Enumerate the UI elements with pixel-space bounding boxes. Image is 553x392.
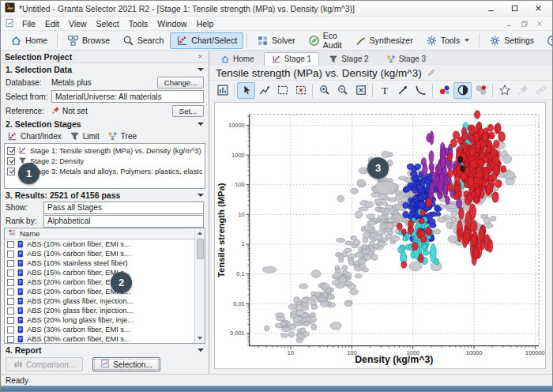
comparison-button[interactable]: Comparison... <box>6 357 83 371</box>
material-row[interactable]: ABS (30% carbon fiber, EMI s... <box>5 334 194 343</box>
scroll-down-button[interactable] <box>195 334 205 343</box>
chart-tool-black-white-display[interactable] <box>453 82 472 99</box>
chart-svg: 101001000100001000001000010001001010,10,… <box>215 103 545 368</box>
close-panel-button[interactable] <box>195 52 205 62</box>
chart-tool-zoom-in[interactable] <box>315 82 333 99</box>
stage-row-1[interactable]: Stage 1: Tensile strength (MPa) vs. Dens… <box>7 145 202 156</box>
chart-tool-highlight-record[interactable] <box>472 82 490 99</box>
select-from-dropdown[interactable]: MaterialUniverse: All materials <box>51 90 204 103</box>
material-checkbox[interactable] <box>7 336 14 343</box>
tab-stage-1[interactable]: Stage 1 <box>264 52 319 66</box>
chart-tool-arrow-annotation[interactable] <box>393 82 412 99</box>
material-row[interactable]: ABS (20% carbon fiber, EMI s... <box>5 287 194 296</box>
scroll-up-button[interactable] <box>195 228 205 238</box>
menu-select[interactable]: Select <box>92 18 124 29</box>
stage-tool-tree[interactable]: Tree <box>107 131 137 141</box>
material-checkbox[interactable] <box>7 288 14 296</box>
material-row[interactable]: ABS (10% stainless steel fiber) <box>5 258 194 268</box>
set-reference-button[interactable]: Set... <box>172 105 204 117</box>
chart-tool-curve-annotation[interactable] <box>412 82 430 99</box>
chart-tool-zoom-out[interactable] <box>333 82 352 99</box>
results-scrollbar[interactable] <box>194 228 205 343</box>
toolbar-synthesizer-button[interactable]: Synthesizer <box>348 32 419 49</box>
material-row[interactable]: ABS (10% carbon fiber, EMI s... <box>5 249 194 258</box>
material-checkbox[interactable] <box>7 326 14 334</box>
selection-data-heading[interactable]: 1. Selection Data <box>1 63 209 75</box>
report-heading[interactable]: 4. Report <box>1 344 209 356</box>
edit-title-icon-slot[interactable] <box>427 66 436 81</box>
toolbar-tools-button[interactable]: Tools <box>419 32 476 49</box>
toolbar-chart-select-button[interactable]: Chart/Select <box>170 32 243 49</box>
comparison-icon <box>13 359 23 368</box>
chart-tool-favorites[interactable] <box>495 82 514 99</box>
selection-button[interactable]: Selection... <box>92 357 160 371</box>
toolbar-search-button[interactable]: Search <box>116 32 170 49</box>
search-icon <box>122 35 134 47</box>
mdi-close-button[interactable] <box>536 18 546 28</box>
material-row[interactable]: ABS (20% glass fiber, injection... <box>5 306 194 315</box>
toolbar-solver-button[interactable]: Solver <box>250 32 302 49</box>
material-checkbox[interactable] <box>7 298 14 305</box>
results-list-header[interactable]: Name <box>5 228 205 239</box>
stage-checkbox[interactable] <box>7 168 15 175</box>
color-bubbles-icon <box>438 84 451 96</box>
chart-tool-box-select[interactable] <box>273 82 292 99</box>
rank-by-dropdown[interactable]: Alphabetical <box>43 215 204 228</box>
stage-checkbox[interactable] <box>7 157 15 165</box>
material-checkbox[interactable] <box>7 317 14 324</box>
mdi-minimize-button[interactable] <box>506 18 516 28</box>
maximize-button[interactable] <box>505 1 529 16</box>
material-row[interactable]: ABS (15% carbon fiber, EMI s... <box>5 268 194 277</box>
material-checkbox[interactable] <box>7 251 14 258</box>
stage-row-2[interactable]: Stage 2: Density <box>7 156 202 166</box>
material-row[interactable]: ABS (10% carbon fiber, EMI s... <box>5 239 194 249</box>
material-row[interactable]: ABS (20% long glass fiber, inje... <box>5 315 194 325</box>
toolbar-home-button[interactable]: Home <box>4 32 54 49</box>
report-buttons: Comparison... Selection... <box>1 356 209 373</box>
tab-home[interactable]: Home <box>213 52 262 66</box>
scrollbar-thumb[interactable] <box>197 239 204 259</box>
menu-view[interactable]: View <box>64 18 92 29</box>
chart-tool-polyline-select[interactable] <box>255 82 273 99</box>
material-checkbox[interactable] <box>7 270 14 277</box>
menu-window[interactable]: Window <box>152 18 191 29</box>
toolbar-help-button[interactable]: ?Help <box>540 32 553 49</box>
svg-text:0,1: 0,1 <box>236 270 244 277</box>
chart-tool-color-materials[interactable] <box>435 82 453 99</box>
menu-help[interactable]: Help <box>192 18 219 29</box>
toolbar-settings-button[interactable]: Settings <box>483 32 540 49</box>
stage-tool-chart-index[interactable]: Chart/Index <box>7 131 62 141</box>
chart-canvas[interactable]: 101001000100001000001000010001001010,10,… <box>214 102 546 369</box>
material-checkbox[interactable] <box>7 260 14 267</box>
tab-stage-2[interactable]: Stage 2 <box>321 52 376 66</box>
toolbar-browse-button[interactable]: Browse <box>61 32 116 49</box>
menu-tools[interactable]: Tools <box>124 18 153 29</box>
material-row[interactable]: ABS (20% glass fiber, injection... <box>5 296 194 306</box>
toolbar-eco-audit-button[interactable]: Eco Audit <box>302 32 348 49</box>
chart-tool-text-annotation[interactable]: T <box>375 82 393 99</box>
chart-tool-annotate[interactable] <box>550 82 553 99</box>
change-database-button[interactable]: Change... <box>157 77 204 89</box>
material-checkbox[interactable] <box>7 279 14 286</box>
chart-tool-box-deselect[interactable] <box>292 82 310 99</box>
selection-stages-heading[interactable]: 2. Selection Stages <box>1 118 209 130</box>
chart-tool-pin[interactable] <box>514 82 532 99</box>
material-row[interactable]: ABS (30% carbon fiber, EMI s... <box>5 325 194 334</box>
stage-tool-limit[interactable]: Limit <box>70 131 100 141</box>
stage-checkbox[interactable] <box>7 147 15 155</box>
chart-tool-zoom-extents[interactable] <box>352 82 370 99</box>
material-checkbox[interactable] <box>7 241 14 248</box>
menu-edit[interactable]: Edit <box>40 18 64 29</box>
show-dropdown[interactable]: Pass all Stages <box>43 202 204 214</box>
material-checkbox[interactable] <box>7 307 14 315</box>
chart-tool-chart-options[interactable] <box>213 82 231 99</box>
chart-tool-cursor[interactable] <box>237 82 255 99</box>
chart-tool-link[interactable] <box>532 82 550 99</box>
menu-file[interactable]: File <box>17 18 40 29</box>
close-button[interactable] <box>529 1 552 16</box>
minimize-button[interactable] <box>481 1 505 16</box>
results-heading[interactable]: 3. Results: 2521 of 4156 pass <box>1 189 209 201</box>
tab-stage-3[interactable]: Stage 3 <box>378 52 434 66</box>
material-row[interactable]: ABS (20% carbon fiber, EMI s... <box>5 277 194 287</box>
mdi-restore-button[interactable] <box>521 18 531 28</box>
